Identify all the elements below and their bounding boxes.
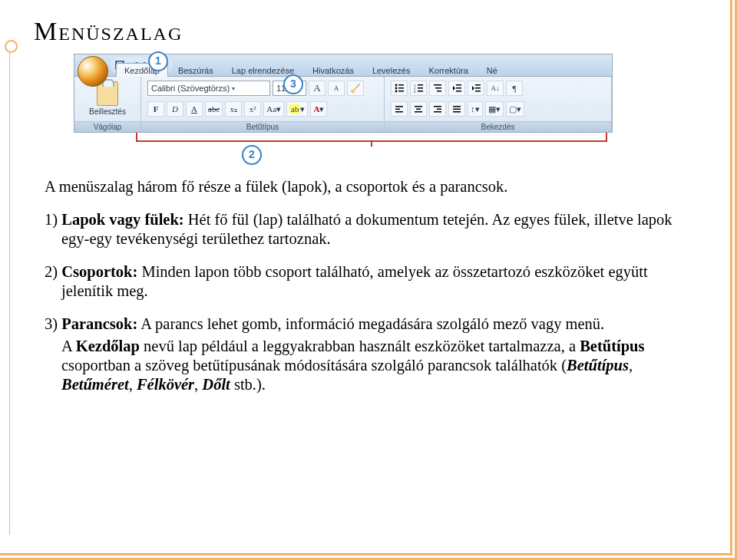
brace-groups xyxy=(136,133,607,142)
svg-rect-23 xyxy=(475,91,481,92)
point-3: 3) Parancsok: A parancs lehet gomb, info… xyxy=(45,315,689,334)
shrink-font-button[interactable]: A xyxy=(328,81,345,96)
point-2: 2) Csoportok: Minden lapon több csoport … xyxy=(45,262,689,301)
svg-rect-30 xyxy=(434,106,441,107)
svg-rect-14 xyxy=(418,91,423,92)
bullets-button[interactable] xyxy=(391,81,408,96)
intro-paragraph: A menüszalag három fő része a fülek (lap… xyxy=(45,177,689,196)
show-marks-button[interactable]: ¶ xyxy=(506,81,523,96)
svg-rect-16 xyxy=(435,87,441,89)
svg-text:3: 3 xyxy=(414,90,416,94)
align-right-button[interactable] xyxy=(429,101,446,117)
paste-icon xyxy=(97,81,118,106)
group-paragraph: 123 A↓ ¶ ↕▾ ▦▾ ▢▾ Bekezdés xyxy=(385,77,612,132)
svg-point-5 xyxy=(395,87,398,90)
highlight-button[interactable]: ab▾ xyxy=(286,101,308,117)
tab-levelezes[interactable]: Levelezés xyxy=(364,63,419,77)
align-left-button[interactable] xyxy=(391,101,408,117)
svg-rect-28 xyxy=(416,109,421,110)
point-1: 1) Lapok vagy fülek: Hét fő fül (lap) ta… xyxy=(45,210,689,249)
body-text: A menüszalag három fő része a fülek (lap… xyxy=(45,177,689,394)
change-case-button[interactable]: Aa▾ xyxy=(263,101,284,117)
numbering-button[interactable]: 123 xyxy=(410,81,427,96)
office-button-icon[interactable] xyxy=(78,56,108,87)
font-color-button[interactable]: A▾ xyxy=(310,101,327,117)
line-spacing-button[interactable]: ↕▾ xyxy=(468,101,483,117)
svg-rect-27 xyxy=(415,106,422,107)
shading-button[interactable]: ▦▾ xyxy=(485,101,504,117)
svg-rect-33 xyxy=(453,106,461,107)
svg-rect-12 xyxy=(418,87,423,89)
svg-rect-35 xyxy=(453,111,461,113)
callout-1: 1 xyxy=(148,51,168,71)
svg-rect-15 xyxy=(434,84,441,86)
ribbon-body: Beillesztés Vágólap Calibri (Szövegtörzs… xyxy=(74,77,612,132)
svg-rect-17 xyxy=(437,91,441,92)
underline-button[interactable]: A xyxy=(186,101,203,117)
italic-button[interactable]: D xyxy=(167,101,183,117)
svg-rect-18 xyxy=(456,84,461,86)
svg-rect-22 xyxy=(475,87,481,89)
bucket-icon: ▦ xyxy=(488,104,496,114)
svg-rect-21 xyxy=(475,84,481,86)
group-font: Calibri (Szövegtörzs) ▾ 11 ▾ A A 🧹 F D A… xyxy=(141,77,385,132)
svg-rect-24 xyxy=(395,106,403,107)
multilevel-list-button[interactable] xyxy=(429,81,446,96)
svg-rect-19 xyxy=(456,87,461,89)
svg-rect-34 xyxy=(453,109,461,110)
point-3-continued: A Kezdőlap nevű lap például a leggyakrab… xyxy=(45,337,689,394)
svg-point-7 xyxy=(395,91,398,93)
callout-2: 2 xyxy=(242,145,262,165)
decrease-indent-button[interactable] xyxy=(448,81,465,96)
svg-rect-10 xyxy=(418,84,423,86)
left-accent-dot xyxy=(5,40,18,53)
paste-label: Beillesztés xyxy=(89,107,126,116)
svg-rect-26 xyxy=(395,111,403,113)
tab-korrektura[interactable]: Korrektúra xyxy=(420,63,476,77)
eraser-icon: 🧹 xyxy=(350,84,361,94)
chevron-down-icon: ▾ xyxy=(232,85,235,92)
svg-rect-20 xyxy=(456,91,461,92)
strikethrough-button[interactable]: abc xyxy=(205,101,223,117)
align-center-button[interactable] xyxy=(410,101,427,117)
clear-formatting-button[interactable]: 🧹 xyxy=(347,81,364,96)
svg-rect-6 xyxy=(398,87,404,89)
ribbon-tabs: Kezdőlap Beszúrás Lap elrendezése Hivatk… xyxy=(116,59,506,76)
svg-rect-29 xyxy=(415,111,422,113)
svg-rect-32 xyxy=(434,111,441,113)
borders-button[interactable]: ▢▾ xyxy=(506,101,524,117)
border-icon: ▢ xyxy=(509,104,517,114)
bold-button[interactable]: F xyxy=(147,101,164,117)
left-accent-line xyxy=(9,46,11,535)
svg-rect-4 xyxy=(398,84,404,86)
callout-3: 3 xyxy=(283,74,303,94)
tab-nezet-truncated[interactable]: Né xyxy=(478,63,506,77)
tab-hivatkozas[interactable]: Hivatkozás xyxy=(304,63,362,77)
slide: Menüszalag ▾ Kezdőlap Beszúrás Lap elren… xyxy=(0,0,737,560)
subscript-button[interactable]: x₂ xyxy=(225,101,242,117)
grow-font-button[interactable]: A xyxy=(309,81,326,96)
svg-rect-8 xyxy=(398,91,404,92)
increase-indent-button[interactable] xyxy=(468,81,484,96)
font-name-combo[interactable]: Calibri (Szövegtörzs) ▾ xyxy=(147,81,270,96)
svg-rect-31 xyxy=(437,109,441,110)
svg-point-3 xyxy=(395,84,398,87)
group-clipboard: Beillesztés Vágólap xyxy=(74,77,141,132)
page-title: Menüszalag xyxy=(34,17,704,46)
group-label-font: Betűtípus xyxy=(141,121,384,132)
justify-button[interactable] xyxy=(448,101,465,117)
superscript-button[interactable]: x² xyxy=(244,101,261,117)
font-name-value: Calibri (Szövegtörzs) xyxy=(151,84,230,93)
sort-button[interactable]: A↓ xyxy=(487,81,504,96)
svg-rect-25 xyxy=(395,109,400,110)
group-label-paragraph: Bekezdés xyxy=(385,121,611,132)
ribbon-illustration: ▾ Kezdőlap Beszúrás Lap elrendezése Hiva… xyxy=(74,54,613,133)
tab-beszuras[interactable]: Beszúrás xyxy=(170,63,222,77)
group-label-clipboard: Vágólap xyxy=(74,121,140,132)
